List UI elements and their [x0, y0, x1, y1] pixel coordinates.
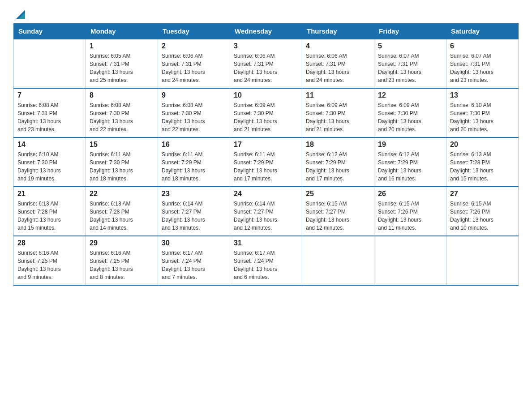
calendar-cell: 17Sunrise: 6:11 AM Sunset: 7:29 PM Dayli… [230, 137, 302, 187]
day-info: Sunrise: 6:05 AM Sunset: 7:31 PM Dayligh… [90, 52, 154, 84]
day-info: Sunrise: 6:11 AM Sunset: 7:30 PM Dayligh… [90, 150, 154, 183]
calendar-cell [446, 236, 519, 285]
day-info: Sunrise: 6:15 AM Sunset: 7:27 PM Dayligh… [306, 200, 370, 232]
day-info: Sunrise: 6:15 AM Sunset: 7:26 PM Dayligh… [450, 200, 515, 232]
calendar-cell [14, 39, 86, 88]
day-number: 9 [162, 91, 226, 99]
day-number: 8 [90, 91, 154, 99]
day-info: Sunrise: 6:14 AM Sunset: 7:27 PM Dayligh… [234, 200, 298, 232]
day-info: Sunrise: 6:06 AM Sunset: 7:31 PM Dayligh… [306, 52, 370, 84]
calendar-cell: 22Sunrise: 6:13 AM Sunset: 7:28 PM Dayli… [86, 187, 158, 236]
day-number: 21 [17, 190, 82, 198]
calendar-table: SundayMondayTuesdayWednesdayThursdayFrid… [13, 23, 519, 286]
day-number: 23 [162, 190, 226, 198]
calendar-cell [302, 236, 374, 285]
day-number: 20 [450, 141, 515, 149]
day-number: 6 [450, 42, 515, 50]
calendar-header-row: SundayMondayTuesdayWednesdayThursdayFrid… [14, 24, 519, 39]
calendar-week-row: 7Sunrise: 6:08 AM Sunset: 7:31 PM Daylig… [14, 88, 519, 137]
calendar-cell: 16Sunrise: 6:11 AM Sunset: 7:29 PM Dayli… [158, 137, 230, 187]
day-info: Sunrise: 6:06 AM Sunset: 7:31 PM Dayligh… [234, 52, 298, 84]
calendar-cell: 4Sunrise: 6:06 AM Sunset: 7:31 PM Daylig… [302, 39, 374, 88]
calendar-cell: 15Sunrise: 6:11 AM Sunset: 7:30 PM Dayli… [86, 137, 158, 187]
day-info: Sunrise: 6:16 AM Sunset: 7:25 PM Dayligh… [90, 249, 154, 281]
calendar-cell: 12Sunrise: 6:09 AM Sunset: 7:30 PM Dayli… [374, 88, 446, 137]
day-number: 14 [17, 141, 82, 149]
day-header-thursday: Thursday [302, 24, 374, 39]
day-number: 26 [378, 190, 442, 198]
calendar-cell: 5Sunrise: 6:07 AM Sunset: 7:31 PM Daylig… [374, 39, 446, 88]
day-number: 27 [450, 190, 515, 198]
day-number: 25 [306, 190, 370, 198]
day-number: 12 [378, 91, 442, 99]
calendar-cell: 27Sunrise: 6:15 AM Sunset: 7:26 PM Dayli… [446, 187, 519, 236]
day-number: 10 [234, 91, 298, 99]
calendar-cell: 14Sunrise: 6:10 AM Sunset: 7:30 PM Dayli… [14, 137, 86, 187]
calendar-week-row: 1Sunrise: 6:05 AM Sunset: 7:31 PM Daylig… [14, 39, 519, 88]
day-info: Sunrise: 6:17 AM Sunset: 7:24 PM Dayligh… [162, 249, 226, 281]
day-info: Sunrise: 6:11 AM Sunset: 7:29 PM Dayligh… [234, 150, 298, 183]
day-header-saturday: Saturday [446, 24, 519, 39]
day-number: 15 [90, 141, 154, 149]
day-info: Sunrise: 6:08 AM Sunset: 7:31 PM Dayligh… [17, 101, 82, 133]
day-info: Sunrise: 6:13 AM Sunset: 7:28 PM Dayligh… [90, 200, 154, 232]
calendar-week-row: 28Sunrise: 6:16 AM Sunset: 7:25 PM Dayli… [14, 236, 519, 285]
day-info: Sunrise: 6:17 AM Sunset: 7:24 PM Dayligh… [234, 249, 298, 281]
day-header-wednesday: Wednesday [230, 24, 302, 39]
calendar-cell: 10Sunrise: 6:09 AM Sunset: 7:30 PM Dayli… [230, 88, 302, 137]
calendar-cell: 29Sunrise: 6:16 AM Sunset: 7:25 PM Dayli… [86, 236, 158, 285]
calendar-cell: 30Sunrise: 6:17 AM Sunset: 7:24 PM Dayli… [158, 236, 230, 285]
day-info: Sunrise: 6:13 AM Sunset: 7:28 PM Dayligh… [450, 150, 515, 183]
day-info: Sunrise: 6:09 AM Sunset: 7:30 PM Dayligh… [306, 101, 370, 133]
day-number: 13 [450, 91, 515, 99]
day-number: 11 [306, 91, 370, 99]
day-number: 17 [234, 141, 298, 149]
day-number: 3 [234, 42, 298, 50]
day-number: 19 [378, 141, 442, 149]
day-header-tuesday: Tuesday [158, 24, 230, 39]
day-info: Sunrise: 6:08 AM Sunset: 7:30 PM Dayligh… [162, 101, 226, 133]
day-info: Sunrise: 6:13 AM Sunset: 7:28 PM Dayligh… [17, 200, 82, 232]
calendar-cell: 18Sunrise: 6:12 AM Sunset: 7:29 PM Dayli… [302, 137, 374, 187]
day-number: 30 [162, 239, 226, 247]
page-header [13, 9, 519, 19]
day-info: Sunrise: 6:10 AM Sunset: 7:30 PM Dayligh… [450, 101, 515, 133]
day-info: Sunrise: 6:15 AM Sunset: 7:26 PM Dayligh… [378, 200, 442, 232]
calendar-cell: 21Sunrise: 6:13 AM Sunset: 7:28 PM Dayli… [14, 187, 86, 236]
calendar-cell: 13Sunrise: 6:10 AM Sunset: 7:30 PM Dayli… [446, 88, 519, 137]
day-header-sunday: Sunday [14, 24, 86, 39]
calendar-cell: 28Sunrise: 6:16 AM Sunset: 7:25 PM Dayli… [14, 236, 86, 285]
day-info: Sunrise: 6:07 AM Sunset: 7:31 PM Dayligh… [378, 52, 442, 84]
day-number: 7 [17, 91, 82, 99]
calendar-cell: 25Sunrise: 6:15 AM Sunset: 7:27 PM Dayli… [302, 187, 374, 236]
logo [13, 9, 27, 19]
calendar-cell: 24Sunrise: 6:14 AM Sunset: 7:27 PM Dayli… [230, 187, 302, 236]
day-number: 16 [162, 141, 226, 149]
day-number: 18 [306, 141, 370, 149]
calendar-cell: 20Sunrise: 6:13 AM Sunset: 7:28 PM Dayli… [446, 137, 519, 187]
calendar-cell: 9Sunrise: 6:08 AM Sunset: 7:30 PM Daylig… [158, 88, 230, 137]
calendar-cell: 26Sunrise: 6:15 AM Sunset: 7:26 PM Dayli… [374, 187, 446, 236]
day-info: Sunrise: 6:07 AM Sunset: 7:31 PM Dayligh… [450, 52, 515, 84]
calendar-cell: 23Sunrise: 6:14 AM Sunset: 7:27 PM Dayli… [158, 187, 230, 236]
day-number: 28 [17, 239, 82, 247]
day-info: Sunrise: 6:08 AM Sunset: 7:30 PM Dayligh… [90, 101, 154, 133]
day-header-monday: Monday [86, 24, 158, 39]
calendar-cell: 3Sunrise: 6:06 AM Sunset: 7:31 PM Daylig… [230, 39, 302, 88]
day-info: Sunrise: 6:16 AM Sunset: 7:25 PM Dayligh… [17, 249, 82, 281]
calendar-cell: 6Sunrise: 6:07 AM Sunset: 7:31 PM Daylig… [446, 39, 519, 88]
calendar-cell: 8Sunrise: 6:08 AM Sunset: 7:30 PM Daylig… [86, 88, 158, 137]
day-info: Sunrise: 6:11 AM Sunset: 7:29 PM Dayligh… [162, 150, 226, 183]
day-number: 29 [90, 239, 154, 247]
day-info: Sunrise: 6:14 AM Sunset: 7:27 PM Dayligh… [162, 200, 226, 232]
day-number: 24 [234, 190, 298, 198]
day-number: 31 [234, 239, 298, 247]
calendar-cell: 31Sunrise: 6:17 AM Sunset: 7:24 PM Dayli… [230, 236, 302, 285]
day-info: Sunrise: 6:10 AM Sunset: 7:30 PM Dayligh… [17, 150, 82, 183]
day-info: Sunrise: 6:09 AM Sunset: 7:30 PM Dayligh… [378, 101, 442, 133]
calendar-cell: 19Sunrise: 6:12 AM Sunset: 7:29 PM Dayli… [374, 137, 446, 187]
day-number: 2 [162, 42, 226, 50]
calendar-cell: 1Sunrise: 6:05 AM Sunset: 7:31 PM Daylig… [86, 39, 158, 88]
day-info: Sunrise: 6:06 AM Sunset: 7:31 PM Dayligh… [162, 52, 226, 84]
calendar-week-row: 21Sunrise: 6:13 AM Sunset: 7:28 PM Dayli… [14, 187, 519, 236]
